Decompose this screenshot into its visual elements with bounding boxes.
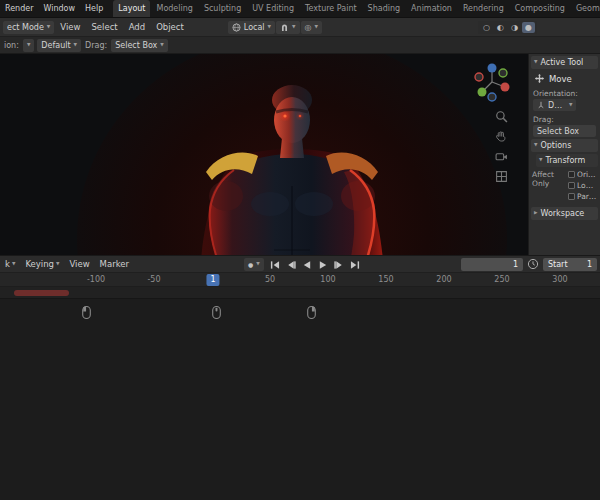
3d-viewport[interactable] xyxy=(0,54,528,255)
menu-timeline-view[interactable]: View xyxy=(64,259,94,269)
mouse-left-icon xyxy=(82,306,91,319)
tab-texture-paint[interactable]: Texture Paint xyxy=(300,0,362,17)
menu-render[interactable]: Render xyxy=(0,0,38,17)
ruler-tick: -100 xyxy=(87,275,105,284)
shading-solid-icon[interactable]: ◐ xyxy=(494,22,507,33)
jump-to-start-button[interactable] xyxy=(268,258,283,271)
sidebar-drag-value-button[interactable]: Select Box xyxy=(533,125,596,137)
checkbox-origins[interactable]: Origins xyxy=(568,170,597,179)
playback-transport: ● ▼ xyxy=(244,258,363,271)
ruler-tick: 150 xyxy=(378,275,393,284)
mouse-middle-icon xyxy=(212,306,221,319)
timeline-scrollbar[interactable] xyxy=(14,290,69,296)
mode-dropdown[interactable]: ect Mode ▼ xyxy=(3,21,54,34)
tool-preset-dropdown[interactable]: Default ▼ xyxy=(37,39,81,52)
current-frame-value: 1 xyxy=(513,260,518,269)
timeline-ruler[interactable]: -100 -50 50 100 150 200 250 300 1 xyxy=(0,273,600,287)
timeline-header: k ▼ Keying ▼ View Marker ● ▼ 1 xyxy=(0,255,600,273)
mouse-right-icon xyxy=(307,306,316,319)
tab-sculpting[interactable]: Sculpting xyxy=(199,0,246,17)
panel-header-options[interactable]: ▼ Options xyxy=(531,139,598,152)
grid-toggle-icon[interactable] xyxy=(495,170,508,183)
next-keyframe-button[interactable] xyxy=(332,258,347,271)
tab-shading[interactable]: Shading xyxy=(363,0,406,17)
play-reverse-button[interactable] xyxy=(300,258,315,271)
ruler-tick: 300 xyxy=(552,275,567,284)
menu-select[interactable]: Select xyxy=(86,22,122,32)
active-tool-name: Move xyxy=(549,74,572,84)
start-value: 1 xyxy=(587,260,592,269)
gizmo-z-axis[interactable] xyxy=(488,64,497,73)
menu-window[interactable]: Window xyxy=(38,0,80,17)
clock-icon[interactable] xyxy=(527,258,539,270)
active-tool-row[interactable]: Move xyxy=(529,70,600,87)
pan-hand-icon[interactable] xyxy=(495,130,508,143)
current-frame-playhead[interactable]: 1 xyxy=(206,274,219,286)
camera-view-icon[interactable] xyxy=(495,150,508,163)
blender-window: Render Window Help Layout Modeling Sculp… xyxy=(0,0,600,500)
checkbox-parents[interactable]: Parents xyxy=(568,192,597,201)
gizmo-y-axis[interactable] xyxy=(478,88,487,97)
tab-geometry-nodes[interactable]: Geometry Nodes xyxy=(571,0,600,17)
affect-only-label: Affect Only xyxy=(532,170,566,201)
status-bar xyxy=(0,299,600,500)
current-frame-field[interactable]: 1 xyxy=(461,258,523,271)
chevron-down-icon: ▼ xyxy=(534,60,537,65)
snap-dropdown[interactable]: ▼ xyxy=(276,21,299,34)
frame-start-field[interactable]: Start 1 xyxy=(543,258,597,271)
sidebar-orientation-dropdown[interactable]: Default ▼ xyxy=(533,99,576,111)
proportional-editing-dropdown[interactable]: ◎ ▼ xyxy=(301,21,322,34)
affect-only-row: Affect Only Origins Locations Parents xyxy=(529,168,600,203)
drag-mode-dropdown[interactable]: Select Box ▼ xyxy=(111,39,168,52)
menu-playback-fragment[interactable]: k ▼ xyxy=(3,259,20,269)
chevron-down-icon: ▼ xyxy=(27,43,30,48)
tab-layout[interactable]: Layout xyxy=(113,0,150,17)
ruler-tick: 250 xyxy=(494,275,509,284)
menu-marker[interactable]: Marker xyxy=(95,259,134,269)
tab-modeling[interactable]: Modeling xyxy=(151,0,197,17)
tool-icon-dropdown[interactable]: ▼ xyxy=(23,39,34,52)
sidebar: ▼ Active Tool Move Orientation: Default … xyxy=(528,54,600,255)
checkbox-box xyxy=(568,171,575,178)
transform-orientation-dropdown[interactable]: Local ▼ xyxy=(228,21,275,34)
shading-wireframe-icon[interactable]: ○ xyxy=(480,22,493,33)
menu-object[interactable]: Object xyxy=(151,22,189,32)
navigation-gizmo[interactable] xyxy=(470,57,514,107)
play-button[interactable] xyxy=(316,258,331,271)
shading-rendered-icon[interactable]: ● xyxy=(522,22,535,33)
tab-uv-editing[interactable]: UV Editing xyxy=(247,0,299,17)
menu-keying[interactable]: Keying ▼ xyxy=(20,259,64,269)
chevron-right-icon: ▶ xyxy=(534,211,537,216)
jump-to-end-button[interactable] xyxy=(348,258,363,271)
proportional-editing-icon: ◎ xyxy=(305,23,312,32)
checkbox-parents-label: Parents xyxy=(577,192,597,201)
viewport-render-canvas[interactable] xyxy=(0,54,528,255)
options-title: Options xyxy=(540,141,571,150)
shading-material-icon[interactable]: ◑ xyxy=(508,22,521,33)
gizmo-y-neg[interactable] xyxy=(499,69,507,77)
menu-help[interactable]: Help xyxy=(80,0,108,17)
magnet-icon xyxy=(280,23,289,32)
topbar: Render Window Help Layout Modeling Sculp… xyxy=(0,0,600,18)
gizmo-z-neg[interactable] xyxy=(488,93,496,101)
gizmo-x-axis[interactable] xyxy=(501,83,510,92)
panel-header-active-tool[interactable]: ▼ Active Tool xyxy=(531,56,598,69)
workspace-title: Workspace xyxy=(540,209,584,218)
transform-title: Transform xyxy=(545,156,585,165)
tab-animation[interactable]: Animation xyxy=(406,0,457,17)
tab-compositing[interactable]: Compositing xyxy=(510,0,570,17)
menu-add[interactable]: Add xyxy=(124,22,150,32)
prev-keyframe-button[interactable] xyxy=(284,258,299,271)
sidebar-drag-value: Select Box xyxy=(537,127,579,136)
tab-rendering[interactable]: Rendering xyxy=(458,0,509,17)
auto-keying-button[interactable]: ● ▼ xyxy=(244,258,264,271)
zoom-icon[interactable] xyxy=(495,110,508,123)
panel-header-transform[interactable]: ▼ Transform xyxy=(536,154,598,167)
gizmo-x-neg[interactable] xyxy=(475,73,483,81)
checkbox-locations[interactable]: Locations xyxy=(568,181,597,190)
viewport-header: ect Mode ▼ View Select Add Object Local … xyxy=(0,18,600,37)
panel-header-workspace[interactable]: ▶ Workspace xyxy=(531,207,598,220)
left-eye-glow xyxy=(283,114,286,117)
menu-view[interactable]: View xyxy=(55,22,85,32)
viewport-nav-icons xyxy=(495,110,508,183)
